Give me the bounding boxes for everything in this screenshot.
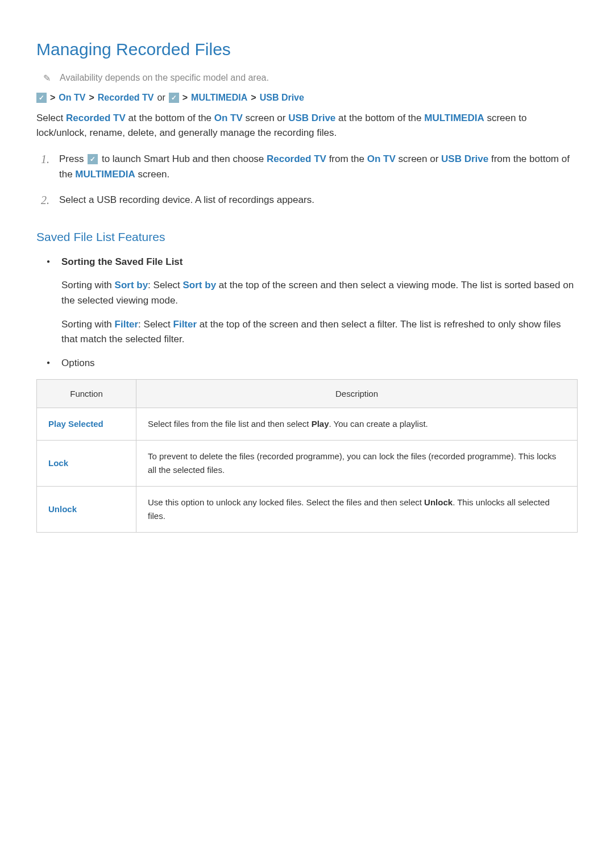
col-function: Function xyxy=(37,379,136,408)
breadcrumb-on-tv: On TV xyxy=(59,93,85,103)
chevron-right-icon: > xyxy=(89,93,94,103)
check-icon: ✓ xyxy=(88,154,98,164)
chevron-right-icon: > xyxy=(182,93,188,103)
functions-table: Function Description Play Selected Selec… xyxy=(36,379,578,533)
breadcrumb: ✓ > On TV > Recorded TV or ✓ > MULTIMEDI… xyxy=(36,93,578,103)
intro-paragraph: Select Recorded TV at the bottom of the … xyxy=(36,111,578,141)
fn-unlock: Unlock xyxy=(37,486,136,532)
fn-desc: Select files from the file list and then… xyxy=(136,408,578,440)
page-title: Managing Recorded Files xyxy=(36,40,578,59)
section-heading: Saved File List Features xyxy=(36,230,578,244)
breadcrumb-multimedia: MULTIMEDIA xyxy=(191,93,247,103)
steps-list: Press ✓ to launch Smart Hub and then cho… xyxy=(36,151,578,208)
col-description: Description xyxy=(136,379,578,408)
breadcrumb-or: or xyxy=(157,93,165,103)
table-header-row: Function Description xyxy=(37,379,578,408)
sort-by-para: Sorting with Sort by: Select Sort by at … xyxy=(61,278,578,308)
bullet-sorting: Sorting the Saved File List Sorting with… xyxy=(47,256,578,347)
table-row: Play Selected Select files from the file… xyxy=(37,408,578,440)
fn-desc: Use this option to unlock any locked fil… xyxy=(136,486,578,532)
availability-note: ✎ Availability depends on the specific m… xyxy=(36,73,578,84)
pencil-icon: ✎ xyxy=(43,73,51,84)
check-icon: ✓ xyxy=(169,93,179,103)
chevron-right-icon: > xyxy=(50,93,55,103)
fn-lock: Lock xyxy=(37,440,136,486)
table-row: Unlock Use this option to unlock any loc… xyxy=(37,486,578,532)
chevron-right-icon: > xyxy=(251,93,256,103)
bullet-heading: Sorting the Saved File List xyxy=(61,256,578,268)
breadcrumb-usb-drive: USB Drive xyxy=(260,93,304,103)
feature-bullets: Sorting the Saved File List Sorting with… xyxy=(36,256,578,368)
note-text: Availability depends on the specific mod… xyxy=(60,73,269,83)
breadcrumb-recorded-tv: Recorded TV xyxy=(98,93,154,103)
step-2: Select a USB recording device. A list of… xyxy=(36,192,578,207)
fn-desc: To prevent to delete the files (recorded… xyxy=(136,440,578,486)
filter-para: Sorting with Filter: Select Filter at th… xyxy=(61,317,578,347)
bullet-heading: Options xyxy=(61,358,95,368)
table-row: Lock To prevent to delete the files (rec… xyxy=(37,440,578,486)
bullet-options: Options xyxy=(47,358,578,369)
step-1: Press ✓ to launch Smart Hub and then cho… xyxy=(36,151,578,182)
fn-play-selected: Play Selected xyxy=(37,408,136,440)
check-icon: ✓ xyxy=(36,93,47,103)
